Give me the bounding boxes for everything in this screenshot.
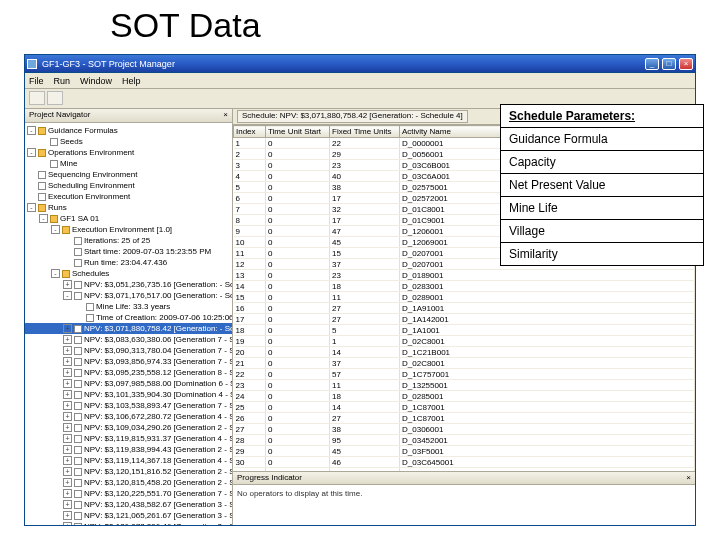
- table-row[interactable]: 25014D_1C87001: [234, 402, 695, 413]
- tree-row[interactable]: -Runs: [25, 202, 232, 213]
- panel-close-icon[interactable]: ×: [686, 473, 691, 483]
- table-row[interactable]: 30046D_03C645001: [234, 457, 695, 468]
- tree-row[interactable]: +NPV: $3,103,538,893.47 [Generation 7 - …: [25, 400, 232, 411]
- column-header[interactable]: Index: [234, 126, 266, 138]
- tree-row[interactable]: +NPV: $3,095,235,558.12 [Generation 8 - …: [25, 367, 232, 378]
- tree-row[interactable]: +NPV: $3,090,313,780.04 [Generation 7 - …: [25, 345, 232, 356]
- menu-file[interactable]: File: [29, 76, 44, 86]
- expand-icon[interactable]: +: [63, 346, 72, 355]
- expand-icon[interactable]: +: [63, 489, 72, 498]
- table-row[interactable]: 29045D_03F5001: [234, 446, 695, 457]
- tree-row[interactable]: Execution Environment: [25, 191, 232, 202]
- expand-icon[interactable]: -: [27, 126, 36, 135]
- tree-row[interactable]: Iterations: 25 of 25: [25, 235, 232, 246]
- tree-row[interactable]: +NPV: $3,120,438,582.67 [Generation 3 - …: [25, 499, 232, 510]
- table-row[interactable]: 27038D_0306001: [234, 424, 695, 435]
- tree-row[interactable]: Time of Creation: 2009-07-06 10:25:06: [25, 312, 232, 323]
- tree-row[interactable]: +NPV: $3,119,114,367.18 [Generation 4 - …: [25, 455, 232, 466]
- expand-icon[interactable]: -: [63, 291, 72, 300]
- tree-row[interactable]: +NPV: $3,120,151,816.52 [Generation 2 - …: [25, 466, 232, 477]
- tree-row[interactable]: +NPV: $3,119,815,931.37 [Generation 4 - …: [25, 433, 232, 444]
- table-row[interactable]: 20014D_1C21B001: [234, 347, 695, 358]
- tree-row[interactable]: -NPV: $3,071,176,517.00 [Generation: - S…: [25, 290, 232, 301]
- tree-row[interactable]: +NPV: $3,109,034,290.26 [Generation 2 - …: [25, 422, 232, 433]
- table-row[interactable]: 22057D_1C757001: [234, 369, 695, 380]
- table-row[interactable]: 1805D_1A1001: [234, 325, 695, 336]
- expand-icon[interactable]: +: [63, 467, 72, 476]
- expand-icon[interactable]: -: [39, 214, 48, 223]
- expand-icon[interactable]: +: [63, 324, 72, 333]
- tree-row[interactable]: +NPV: $3,121,065,261.67 [Generation 3 - …: [25, 510, 232, 521]
- tree-row[interactable]: +NPV: $3,097,985,588.00 [Domination 6 - …: [25, 378, 232, 389]
- menu-window[interactable]: Window: [80, 76, 112, 86]
- tree-row[interactable]: +NPV: $3,106,672,280.72 [Generation 4 - …: [25, 411, 232, 422]
- expand-icon[interactable]: +: [63, 357, 72, 366]
- tree-row[interactable]: Scheduling Environment: [25, 180, 232, 191]
- expand-icon[interactable]: +: [63, 445, 72, 454]
- expand-icon[interactable]: +: [63, 412, 72, 421]
- expand-icon[interactable]: -: [51, 269, 60, 278]
- table-row[interactable]: 15011D_0289001: [234, 292, 695, 303]
- tree-row[interactable]: +NPV: $3,119,838,994.43 [Generation 2 - …: [25, 444, 232, 455]
- tree-row[interactable]: +NPV: $3,071,880,758.42 [Generation: - S…: [25, 323, 232, 334]
- maximize-button[interactable]: □: [662, 58, 676, 70]
- table-row[interactable]: 1901D_02C8001: [234, 336, 695, 347]
- menu-run[interactable]: Run: [54, 76, 71, 86]
- tree-row[interactable]: -Execution Environment [1.0]: [25, 224, 232, 235]
- tree-row[interactable]: Mine Life: 33.3 years: [25, 301, 232, 312]
- menu-help[interactable]: Help: [122, 76, 141, 86]
- table-row[interactable]: 16027D_1A91001: [234, 303, 695, 314]
- table-row[interactable]: 21037D_02C8001: [234, 358, 695, 369]
- table-row[interactable]: 24018D_0285001: [234, 391, 695, 402]
- schedule-tab[interactable]: Schedule: NPV: $3,071,880,758.42 [Genera…: [237, 110, 468, 123]
- panel-close-icon[interactable]: ×: [223, 110, 228, 121]
- tree-row[interactable]: +NPV: $3,120,815,458.20 [Generation 2 - …: [25, 477, 232, 488]
- table-row[interactable]: 14018D_0283001: [234, 281, 695, 292]
- tree-row[interactable]: Start time: 2009-07-03 15:23:55 PM: [25, 246, 232, 257]
- tree-row[interactable]: Sequencing Environment: [25, 169, 232, 180]
- tree-row[interactable]: -Operations Environment: [25, 147, 232, 158]
- expand-icon[interactable]: +: [63, 335, 72, 344]
- table-row[interactable]: 23011D_13255001: [234, 380, 695, 391]
- expand-icon[interactable]: -: [51, 225, 60, 234]
- expand-icon[interactable]: +: [63, 434, 72, 443]
- column-header[interactable]: Time Unit Start: [266, 126, 330, 138]
- toolbar-button[interactable]: [47, 91, 63, 105]
- tree-row[interactable]: +NPV: $3,083,630,380.06 [Generation 7 - …: [25, 334, 232, 345]
- table-row[interactable]: 13023D_0189001: [234, 270, 695, 281]
- document-icon: [74, 336, 82, 344]
- tree-row[interactable]: -Guidance Formulas: [25, 125, 232, 136]
- table-row[interactable]: 31015D_04F8001: [234, 468, 695, 472]
- tree-row[interactable]: -GF1 SA 01: [25, 213, 232, 224]
- expand-icon[interactable]: +: [63, 456, 72, 465]
- expand-icon[interactable]: +: [63, 379, 72, 388]
- close-button[interactable]: ×: [679, 58, 693, 70]
- project-tree[interactable]: -Guidance FormulasSeeds-Operations Envir…: [25, 123, 232, 525]
- expand-icon[interactable]: +: [63, 423, 72, 432]
- tree-row[interactable]: Seeds: [25, 136, 232, 147]
- tree-row[interactable]: Run time: 23:04.47.436: [25, 257, 232, 268]
- expand-icon[interactable]: +: [63, 500, 72, 509]
- minimize-button[interactable]: _: [645, 58, 659, 70]
- table-row[interactable]: 17027D_1A142001: [234, 314, 695, 325]
- expand-icon[interactable]: +: [63, 478, 72, 487]
- tree-row[interactable]: -Schedules: [25, 268, 232, 279]
- expand-icon[interactable]: +: [63, 401, 72, 410]
- expand-icon[interactable]: -: [27, 148, 36, 157]
- column-header[interactable]: Fixed Time Units: [330, 126, 400, 138]
- expand-icon[interactable]: +: [63, 280, 72, 289]
- table-row[interactable]: 26027D_1C87001: [234, 413, 695, 424]
- expand-icon[interactable]: +: [63, 390, 72, 399]
- expand-icon[interactable]: +: [63, 368, 72, 377]
- table-row[interactable]: 28095D_03452001: [234, 435, 695, 446]
- tree-row[interactable]: +NPV: $3,101,335,904.30 [Domination 4 - …: [25, 389, 232, 400]
- tree-row[interactable]: +NPV: $3,051,236,735.16 [Generation: - S…: [25, 279, 232, 290]
- tree-row[interactable]: +NPV: $3,126,072,896.46 [Generation 2 - …: [25, 521, 232, 525]
- expand-icon[interactable]: -: [27, 203, 36, 212]
- expand-icon[interactable]: +: [63, 511, 72, 520]
- tree-row[interactable]: Mine: [25, 158, 232, 169]
- expand-icon[interactable]: +: [63, 522, 72, 525]
- tree-row[interactable]: +NPV: $3,120,225,551.70 [Generation 7 - …: [25, 488, 232, 499]
- tree-row[interactable]: +NPV: $3,093,856,974.33 [Generation 7 - …: [25, 356, 232, 367]
- toolbar-button[interactable]: [29, 91, 45, 105]
